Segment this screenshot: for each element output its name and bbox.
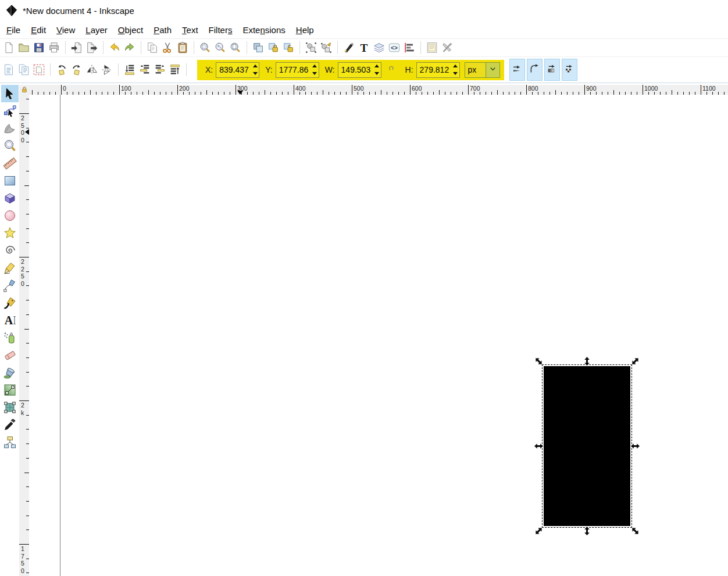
selection-handle-s[interactable] [583,527,591,535]
select-all-button[interactable] [1,62,16,77]
zoom-drawing-button[interactable] [213,40,228,55]
ruler-corner[interactable] [19,85,29,95]
tool-spiral[interactable] [1,242,19,259]
lower-one-button[interactable] [137,62,152,77]
menu-item-file[interactable]: File [1,23,26,37]
undo-button[interactable] [107,40,122,55]
copy-button[interactable] [145,40,160,55]
tool-node[interactable] [1,102,19,120]
h-spin-down-button[interactable] [452,70,459,77]
scale-stroke-toggle-button[interactable] [509,59,525,81]
tool-mesh[interactable] [1,399,19,416]
preferences-button[interactable] [440,40,455,55]
duplicate-button[interactable] [251,40,266,55]
title-bar[interactable]: *New document 4 - Inkscape [0,0,728,21]
save-button[interactable] [31,40,47,55]
tool-measure[interactable] [1,155,19,172]
menu-item-path[interactable]: Path [148,23,177,37]
fill-stroke-button[interactable] [341,40,356,55]
rotate-cw-button[interactable] [69,62,84,77]
y-spin-down-button[interactable] [311,70,319,77]
w-spin-up-button[interactable] [373,63,381,70]
horizontal-ruler[interactable]: 010020030040050060070080090010001100 [29,85,728,95]
selection-handle-w[interactable] [534,442,543,450]
cut-button[interactable] [160,40,175,55]
wh-link-toggle[interactable] [386,63,397,76]
align-distribute-button[interactable] [402,40,417,55]
tool-rectangle[interactable] [1,172,19,189]
tool-tweak[interactable] [1,120,19,137]
flip-vertical-button[interactable] [99,62,115,77]
tool-connector[interactable] [1,434,19,451]
menu-item-layer[interactable]: Layer [80,23,113,37]
text-dialog-button[interactable]: T [356,40,372,55]
tool-dropper[interactable] [1,416,19,434]
selection-handle-e[interactable] [631,442,640,450]
new-document-icon [2,41,15,54]
move-gradients-toggle-button[interactable] [544,59,560,81]
tool-text[interactable]: A [1,312,19,329]
document-properties-button[interactable] [424,40,440,55]
export-button[interactable] [84,40,99,55]
menu-item-extensions[interactable]: Extensions [237,23,290,37]
tool-bucket[interactable] [1,364,19,381]
y-field-input[interactable]: 1777.86 [276,63,311,77]
tool-calligraphy[interactable] [1,294,19,312]
group-button[interactable] [304,40,319,55]
tool-eraser[interactable] [1,346,19,364]
canvas[interactable] [29,95,728,576]
scale-corners-toggle-button[interactable] [527,59,543,81]
tool-spray[interactable] [1,329,19,346]
select-all-layers-button[interactable] [16,62,31,77]
print-button[interactable] [47,40,62,55]
selection-handle-n[interactable] [583,357,591,366]
tool-ellipse[interactable] [1,207,19,224]
menu-item-edit[interactable]: Edit [26,23,51,37]
h-field-input[interactable]: 279.812 [417,63,452,77]
raise-to-top-button[interactable] [167,62,183,77]
deselect-button[interactable] [31,62,47,77]
flip-horizontal-button[interactable] [84,62,99,77]
layers-button[interactable] [372,40,387,55]
create-clone-button[interactable] [266,40,281,55]
tool-star[interactable] [1,224,19,242]
open-button[interactable] [16,40,31,55]
tool-selector[interactable] [1,85,19,102]
menu-item-object[interactable]: Object [113,23,148,37]
zoom-page-button[interactable] [228,40,243,55]
menu-item-text[interactable]: Text [177,23,204,37]
x-spin-down-button[interactable] [251,70,259,77]
unit-selector[interactable]: px [465,62,500,78]
rotate-ccw-button[interactable] [54,62,69,77]
tool-zoom[interactable] [1,137,19,155]
tool-box3d[interactable] [1,189,19,207]
paste-button[interactable] [175,40,190,55]
y-spin-up-button[interactable] [311,63,319,70]
selected-rectangle[interactable] [544,366,630,526]
new-document-button[interactable] [1,40,16,55]
x-field-input[interactable]: 839.437 [216,63,251,77]
vertical-ruler[interactable]: 250022502k1750 [19,95,29,576]
menu-item-help[interactable]: Help [291,23,319,37]
w-spin-down-button[interactable] [373,70,381,77]
tool-gradient[interactable] [1,381,19,399]
import-button[interactable] [69,40,84,55]
redo-button[interactable] [122,40,137,55]
h-spin-up-button[interactable] [452,63,459,70]
menu-item-filters[interactable]: Filters [204,23,238,37]
tool-pencil[interactable] [1,259,19,277]
w-field-input[interactable]: 149.503 [338,63,373,77]
lower-to-bottom-button[interactable] [122,62,137,77]
unit-dropdown-button[interactable] [486,63,499,77]
raise-one-button[interactable] [152,62,167,77]
menu-item-view[interactable]: View [51,23,80,37]
xml-editor-button[interactable]: <> [387,40,402,55]
zoom-selection-button[interactable] [198,40,213,55]
unlink-clone-button[interactable] [281,40,296,55]
tool-text-icon: A [3,313,17,327]
ungroup-button[interactable] [319,40,334,55]
toolbar-separator [65,41,66,54]
x-spin-up-button[interactable] [251,63,259,70]
move-patterns-toggle-button[interactable] [562,59,577,81]
tool-bezier[interactable] [1,277,19,294]
